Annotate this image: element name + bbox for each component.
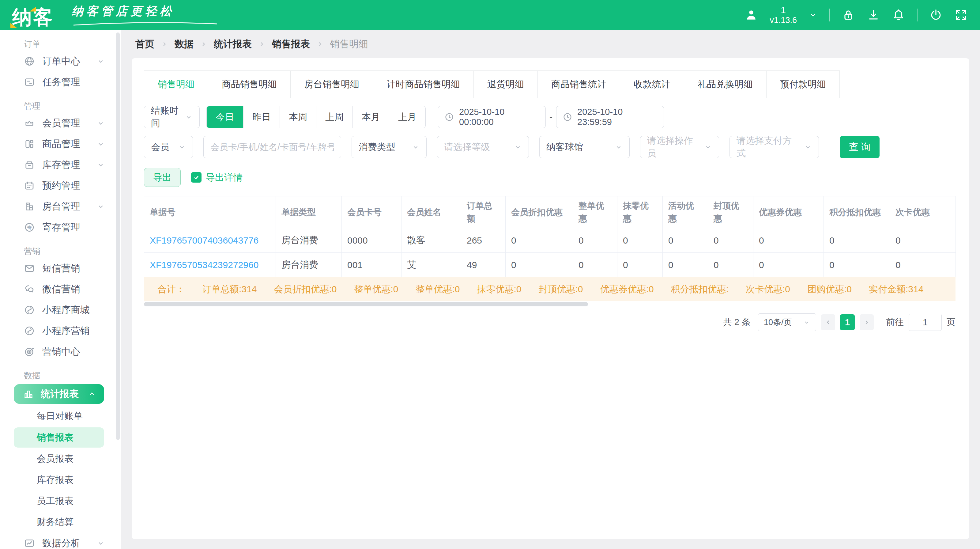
- time-field-select[interactable]: 结账时间: [144, 106, 200, 128]
- chevron-down-icon[interactable]: [808, 10, 818, 20]
- operator-select[interactable]: 请选择操作员: [640, 136, 719, 158]
- summary-cap-discount: 封顶优惠:0: [539, 283, 583, 296]
- page-size-select[interactable]: 10条/页: [758, 313, 816, 331]
- chevron-down-icon: [803, 318, 810, 326]
- report-tabs: 销售明细 商品销售明细 房台销售明细 计时商品销售明细 退货明细 商品销售统计 …: [144, 70, 957, 98]
- breadcrumb-sales-report[interactable]: 销售报表: [272, 38, 310, 51]
- miniprogram-icon: [24, 325, 35, 336]
- range-this-month-button[interactable]: 本月: [353, 106, 389, 128]
- sidebar-subitem-sales-report[interactable]: 销售报表: [14, 427, 104, 447]
- summary-order-total: 订单总额:314: [202, 283, 257, 296]
- sidebar-item-wechat[interactable]: 微信营销: [0, 279, 121, 300]
- sidebar-item-room[interactable]: 房台管理: [0, 196, 121, 217]
- power-icon[interactable]: [929, 8, 943, 22]
- chevron-right-icon: [258, 40, 266, 48]
- col-order-no: 单据号: [144, 196, 276, 228]
- next-page-button[interactable]: [860, 314, 874, 330]
- summary-round-discount: 抹零优惠:0: [477, 283, 521, 296]
- chevron-up-icon: [88, 390, 96, 398]
- date-from-input[interactable]: 2025-10-10 00:00:00: [438, 106, 546, 128]
- tab-prepay-detail[interactable]: 预付款明细: [766, 70, 840, 98]
- sidebar-item-stats-report[interactable]: 统计报表: [14, 384, 104, 404]
- sidebar-item-label: 房台管理: [42, 200, 80, 213]
- keyword-input[interactable]: [204, 136, 341, 158]
- tab-payment-stats[interactable]: 收款统计: [620, 70, 684, 98]
- sidebar-subitem-daily-bill[interactable]: 每日对账单: [0, 406, 121, 427]
- sidebar-item-booking[interactable]: 预约管理: [0, 175, 121, 196]
- download-icon[interactable]: [867, 8, 880, 22]
- sidebar-item-member[interactable]: 会员管理: [0, 113, 121, 134]
- tab-timed-goods-detail[interactable]: 计时商品销售明细: [373, 70, 474, 98]
- cell-order-type: 房台消费: [276, 253, 342, 277]
- sidebar-item-goods[interactable]: 商品管理: [0, 134, 121, 154]
- clock-icon: [444, 112, 454, 122]
- lock-icon[interactable]: [842, 8, 855, 22]
- tab-goods-sales-stats[interactable]: 商品销售统计: [538, 70, 620, 98]
- breadcrumb-home[interactable]: 首页: [135, 38, 154, 51]
- breadcrumb-stats-report[interactable]: 统计报表: [214, 38, 252, 51]
- app-version: v1.13.6: [770, 16, 797, 25]
- tab-refund-detail[interactable]: 退货明细: [474, 70, 538, 98]
- consume-type-select[interactable]: 消费类型: [352, 136, 426, 158]
- prev-page-button[interactable]: [821, 314, 835, 330]
- tab-sales-detail[interactable]: 销售明细: [144, 70, 208, 98]
- payment-select[interactable]: 请选择支付方式: [730, 136, 819, 158]
- sidebar-item-order-center[interactable]: 订单中心: [0, 51, 121, 72]
- range-last-week-button[interactable]: 上周: [316, 106, 353, 128]
- breadcrumb-data[interactable]: 数据: [175, 38, 194, 51]
- tab-room-sales-detail[interactable]: 房台销售明细: [290, 70, 373, 98]
- cell-card-no: 0000: [342, 228, 401, 253]
- summary-whole-discount: 整单优惠:0: [354, 283, 398, 296]
- target-icon: [24, 346, 35, 357]
- bell-icon[interactable]: [892, 8, 905, 22]
- store-select[interactable]: 纳客球馆: [539, 136, 630, 158]
- table-header-row: 单据号 单据类型 会员卡号 会员姓名 订单总额 会员折扣优惠 整单优惠 抹零优惠…: [144, 196, 956, 228]
- chevron-right-icon: [161, 40, 169, 48]
- range-today-button[interactable]: 今日: [207, 106, 243, 128]
- sidebar-item-marketing-center[interactable]: 营销中心: [0, 341, 121, 362]
- cell-activity-discount: 0: [663, 228, 708, 253]
- order-no-link[interactable]: XF1976570534239272960: [144, 253, 276, 277]
- current-page-button[interactable]: 1: [840, 314, 855, 330]
- query-button[interactable]: 查 询: [840, 136, 880, 158]
- sidebar-subitem-stock-report[interactable]: 库存报表: [0, 469, 121, 490]
- summary-whole-discount-2: 整单优惠:0: [415, 283, 460, 296]
- sidebar-item-miniapp-marketing[interactable]: 小程序营销: [0, 320, 121, 341]
- sidebar-subitem-member-report[interactable]: 会员报表: [0, 448, 121, 469]
- range-last-month-button[interactable]: 上月: [389, 106, 425, 128]
- sidebar-subitem-staff-report[interactable]: 员工报表: [0, 490, 121, 512]
- cell-member-name: 散客: [401, 228, 461, 253]
- chevron-down-icon: [412, 143, 420, 151]
- sidebar-item-stock[interactable]: 库存管理: [0, 154, 121, 175]
- range-this-week-button[interactable]: 本周: [280, 106, 316, 128]
- date-to-input[interactable]: 2025-10-10 23:59:59: [556, 106, 664, 128]
- cell-points-discount: 0: [824, 228, 890, 253]
- member-type-select[interactable]: 会员: [144, 136, 193, 158]
- user-icon[interactable]: [745, 8, 758, 22]
- range-yesterday-button[interactable]: 昨日: [243, 106, 280, 128]
- sidebar-item-label: 微信营销: [42, 283, 80, 296]
- fullscreen-icon[interactable]: [954, 8, 968, 22]
- sidebar-section-manage: 管理: [0, 99, 121, 113]
- horizontal-scrollbar-thumb[interactable]: [144, 302, 588, 306]
- export-button[interactable]: 导出: [144, 168, 181, 187]
- order-no-link[interactable]: XF1976570074036043776: [144, 228, 276, 253]
- tab-goods-sales-detail[interactable]: 商品销售明细: [208, 70, 291, 98]
- summary-points-discount: 积分抵扣优惠:: [671, 283, 729, 296]
- sidebar-item-data-analysis[interactable]: 数据分析: [0, 533, 121, 549]
- export-detail-checkbox[interactable]: 导出详情: [191, 171, 243, 184]
- sidebar-item-deposit[interactable]: 寄 寄存管理: [0, 217, 121, 238]
- cell-member-discount: 0: [506, 253, 573, 277]
- level-select[interactable]: 请选择等级: [437, 136, 529, 158]
- sidebar-item-miniapp-mall[interactable]: 小程序商城: [0, 300, 121, 320]
- store-info[interactable]: 1 v1.13.6: [770, 5, 797, 25]
- cell-order-type: 房台消费: [276, 228, 342, 253]
- sidebar-item-sms[interactable]: 短信营销: [0, 258, 121, 279]
- col-whole-discount: 整单优惠: [573, 196, 617, 228]
- sidebar-scrollbar[interactable]: [116, 32, 120, 440]
- summary-coupon-discount: 优惠券优惠:0: [600, 283, 654, 296]
- sidebar-item-task[interactable]: 任务管理: [0, 72, 121, 92]
- sidebar-subitem-finance[interactable]: 财务结算: [0, 512, 121, 533]
- goto-page-input[interactable]: [908, 314, 942, 331]
- tab-gift-exchange-detail[interactable]: 礼品兑换明细: [684, 70, 767, 98]
